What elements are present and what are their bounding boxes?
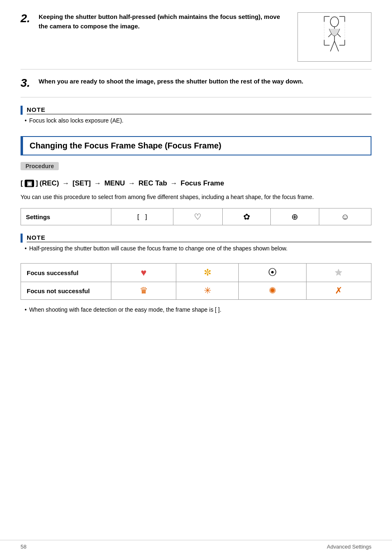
step-2-image — [297, 12, 371, 62]
note-2-text-1: Half-pressing the shutter button will ca… — [29, 245, 288, 252]
note-1-block: NOTE • Focus lock also locks exposure (A… — [21, 106, 371, 128]
focus-table: Focus successful ♥ ✼ ⦿ ★ Focus not succe… — [21, 263, 371, 300]
svg-line-4 — [330, 41, 334, 51]
footer-page-number: 58 — [21, 544, 26, 550]
settings-label: Settings — [21, 208, 111, 225]
step-2-text: Keeping the shutter button half-pressed … — [39, 12, 289, 31]
focus-not-successful-row: Focus not successful ♛ ✳ ✺ ✗ — [21, 282, 371, 300]
note-1-bar — [21, 106, 23, 115]
note-2-title: NOTE — [27, 234, 371, 242]
settings-symbol-4: ⊕ — [271, 208, 319, 225]
note-2-bullet: • — [25, 245, 27, 252]
note-2-item-1: • Half-pressing the shutter button will … — [25, 245, 371, 252]
nav-part-5: Focus Frame — [181, 179, 224, 188]
step-2-content: 2. Keeping the shutter button half-press… — [21, 12, 297, 31]
step-2-number: 2. — [21, 12, 34, 25]
step-2-section: 2. Keeping the shutter button half-press… — [21, 12, 371, 69]
focus-fail-3: ✺ — [239, 282, 307, 300]
step-2-illustration — [300, 14, 369, 60]
final-note-bullet: • — [25, 306, 27, 313]
focus-successful-label: Focus successful — [21, 264, 111, 282]
note-2-block: NOTE • Half-pressing the shutter button … — [21, 234, 371, 256]
procedure-container: Procedure — [21, 162, 371, 175]
footer-section: Advanced Settings — [327, 544, 371, 550]
note-1-header: NOTE — [21, 106, 371, 115]
svg-point-0 — [330, 17, 339, 27]
nav-arrow-1: → — [62, 179, 69, 188]
note-2-header: NOTE — [21, 234, 371, 243]
focus-ok-4: ★ — [306, 264, 371, 282]
nav-part-3: MENU — [104, 179, 125, 188]
nav-bracket-close: ] — [36, 179, 38, 188]
svg-line-5 — [334, 41, 339, 51]
nav-arrow-4: → — [171, 179, 178, 188]
settings-table: Settings [ ] ♡ ✿ ⊕ ☺ — [21, 208, 371, 225]
settings-symbol-2: ♡ — [173, 208, 222, 225]
procedure-tag: Procedure — [21, 162, 59, 170]
step-3-number: 3. — [21, 77, 34, 90]
focus-successful-row: Focus successful ♥ ✼ ⦿ ★ — [21, 264, 371, 282]
step-3-text: When you are ready to shoot the image, p… — [39, 77, 303, 86]
section-title-text: Changing the Focus Frame Shape (Focus Fr… — [30, 141, 221, 150]
focus-fail-1: ♛ — [111, 282, 176, 300]
settings-symbol-3: ✿ — [223, 208, 271, 225]
focus-ok-3: ⦿ — [239, 264, 307, 282]
nav-part-2: [SET] — [73, 179, 91, 188]
nav-rec-icon: ▣ — [25, 180, 34, 187]
settings-row: Settings [ ] ♡ ✿ ⊕ ☺ — [21, 208, 371, 225]
note-2-bar — [21, 234, 23, 243]
nav-arrow-3: → — [128, 179, 135, 188]
focus-fail-2: ✳ — [176, 282, 239, 300]
note-1-text-1: Focus lock also locks exposure (AE). — [29, 117, 124, 124]
step-3-section: 3. When you are ready to shoot the image… — [21, 77, 371, 97]
focus-ok-2: ✼ — [176, 264, 239, 282]
nav-part-4: REC Tab — [138, 179, 167, 188]
nav-camera-icon: [ — [21, 179, 23, 188]
section-heading: Changing the Focus Frame Shape (Focus Fr… — [21, 136, 371, 155]
note-1-title: NOTE — [27, 106, 371, 114]
nav-path: [▣] (REC) → [SET] → MENU → REC Tab → Foc… — [21, 179, 371, 188]
nav-arrow-2: → — [94, 179, 101, 188]
description-text: You can use this procedure to select fro… — [21, 192, 371, 201]
focus-fail-4: ✗ — [306, 282, 371, 300]
note-1-bullet: • — [25, 117, 27, 124]
page-footer: 58 Advanced Settings — [0, 540, 392, 550]
settings-symbol-5: ☺ — [319, 208, 371, 225]
nav-part-1: (REC) — [39, 179, 59, 188]
settings-symbol-1: [ ] — [111, 208, 173, 225]
final-note: • When shooting with face detection or t… — [25, 306, 371, 313]
focus-ok-1: ♥ — [111, 264, 176, 282]
focus-not-successful-label: Focus not successful — [21, 282, 111, 300]
final-note-text: When shooting with face detection or the… — [29, 306, 221, 313]
note-1-item-1: • Focus lock also locks exposure (AE). — [25, 117, 371, 124]
